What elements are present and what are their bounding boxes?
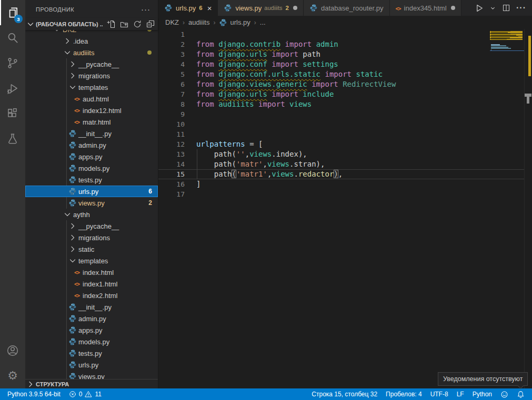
activity-bar-item-explorer[interactable]: 3 <box>0 0 25 25</box>
close-icon[interactable]: × <box>207 4 212 13</box>
refresh-icon[interactable] <box>133 20 142 28</box>
breadcrumb-item-audiiits[interactable]: audiiits <box>188 18 209 26</box>
line-number[interactable]: 14 <box>158 159 185 169</box>
activity-bar-item-testing[interactable] <box>0 126 25 151</box>
language-mode-status[interactable]: Python <box>468 388 496 400</box>
code-token <box>214 100 218 108</box>
tree-item-apps.py[interactable]: apps.py <box>25 151 158 162</box>
tree-item-__init__.py[interactable]: __init__.py <box>25 128 158 139</box>
tooltip-text: Уведомления отсутствуют <box>443 375 523 383</box>
breadcrumb-item-...[interactable]: ... <box>260 18 266 26</box>
tree-item-models.py[interactable]: models.py <box>25 336 158 347</box>
run-button[interactable] <box>475 4 484 13</box>
encoding-status[interactable]: UTF-8 <box>426 388 453 400</box>
scrollbar[interactable] <box>524 29 532 388</box>
outline-section-header[interactable]: СТРУКТУРА <box>25 379 158 388</box>
line-number[interactable]: 5 <box>158 69 185 79</box>
code-token: path( <box>196 160 236 168</box>
tree-item-aythh[interactable]: aythh <box>25 209 158 220</box>
tree-item-audiiits[interactable]: audiiits <box>25 47 158 58</box>
code-editor[interactable]: 12from django.contrib import admin3from … <box>158 29 525 388</box>
new-file-icon[interactable] <box>107 20 115 28</box>
code-token: RedirectView <box>343 80 396 88</box>
more-actions-button[interactable]: ··· <box>516 3 526 13</box>
line-number[interactable]: 15 <box>158 169 185 179</box>
line-number[interactable]: 17 <box>158 189 185 199</box>
tree-item-index2.html[interactable]: <>index2.html <box>25 290 158 301</box>
code-token: from <box>196 60 214 68</box>
tree-item-index1.html[interactable]: <>index1.html <box>25 278 158 290</box>
minimap[interactable] <box>490 29 525 93</box>
tree-item-__pycache__[interactable]: __pycache__ <box>25 58 158 70</box>
tree-item-DKZ[interactable]: DKZ <box>25 30 158 35</box>
python-interpreter-status[interactable]: Python 3.9.5 64-bit <box>3 388 65 400</box>
tab-views.py[interactable]: views.pyaudiiits2 <box>218 0 304 16</box>
line-number[interactable]: 16 <box>158 179 185 189</box>
tree-item-__init__.py[interactable]: __init__.py <box>25 301 158 313</box>
tab-database_roouter.py[interactable]: database_roouter.py <box>304 0 390 16</box>
tree-item-index.html[interactable]: <>index.html <box>25 266 158 278</box>
tree-item-admin.py[interactable]: admin.py <box>25 313 158 324</box>
code-line-1: 1 <box>158 29 525 39</box>
tree-item-__pycache__[interactable]: __pycache__ <box>25 220 158 232</box>
feedback-button[interactable] <box>496 388 513 400</box>
explorer-more-actions-button[interactable]: ··· <box>141 5 150 14</box>
split-editor-button[interactable] <box>502 4 510 12</box>
tree-item-views.py[interactable]: views.py <box>25 371 158 380</box>
tree-item-apps.py[interactable]: apps.py <box>25 324 158 336</box>
tree-item-tests.py[interactable]: tests.py <box>25 347 158 359</box>
tree-item-models.py[interactable]: models.py <box>25 162 158 174</box>
collapse-all-icon[interactable] <box>146 20 155 28</box>
activity-bar-item-run-debug[interactable] <box>0 76 25 101</box>
line-number[interactable]: 2 <box>158 39 185 49</box>
code-line-10: 10 <box>158 119 525 129</box>
tree-item-label: views.py <box>78 373 105 380</box>
line-number[interactable]: 4 <box>158 59 185 69</box>
cursor-position-status[interactable]: Строка 15, столбец 32 <box>307 388 382 400</box>
activity-bar-item-settings[interactable]: ⚙ <box>0 363 25 388</box>
tree-item-views.py[interactable]: views.py2 <box>25 197 158 209</box>
tree-item-templates[interactable]: templates <box>25 255 158 266</box>
line-number[interactable]: 6 <box>158 79 185 89</box>
tree-item-matr.html[interactable]: <>matr.html <box>25 116 158 128</box>
tab-urls.py[interactable]: urls.py6× <box>158 0 218 16</box>
tab-index345.html[interactable]: <>index345.html <box>390 0 461 16</box>
tree-item-label: aythh <box>73 211 90 219</box>
line-number[interactable]: 13 <box>158 149 185 159</box>
line-number[interactable]: 10 <box>158 119 185 129</box>
tree-item-.idea[interactable]: .idea <box>25 35 158 47</box>
tree-item-aud.html[interactable]: <>aud.html <box>25 93 158 105</box>
line-number[interactable]: 8 <box>158 99 185 109</box>
new-folder-icon[interactable] <box>120 20 128 28</box>
editor-group: urls.py6×views.pyaudiiits2database_roout… <box>158 0 532 388</box>
activity-bar-item-account[interactable] <box>0 338 25 363</box>
workspace-section-header[interactable]: (РАБОЧАЯ ОБЛАСТЬ) ... <box>25 18 158 30</box>
indentation-status[interactable]: Пробелов: 4 <box>382 388 426 400</box>
breadcrumb: DKZ›audiiits›urls.py›... <box>158 16 532 29</box>
activity-bar-item-search[interactable] <box>0 25 25 50</box>
tree-item-urls.py[interactable]: urls.py6 <box>25 186 158 197</box>
line-number[interactable]: 7 <box>158 89 185 99</box>
tree-item-static[interactable]: static <box>25 243 158 255</box>
tree-item-migrations[interactable]: migrations <box>25 232 158 243</box>
chevron-right-icon <box>63 37 72 45</box>
line-number[interactable]: 1 <box>158 29 185 39</box>
run-dropdown-button[interactable] <box>489 5 496 12</box>
tree-item-admin.py[interactable]: admin.py <box>25 139 158 151</box>
bell-button[interactable] <box>513 388 529 400</box>
problems-status[interactable]: 011 <box>65 388 106 400</box>
line-number[interactable]: 11 <box>158 129 185 139</box>
tree-item-tests.py[interactable]: tests.py <box>25 174 158 186</box>
line-number[interactable]: 12 <box>158 139 185 149</box>
tree-item-migrations[interactable]: migrations <box>25 70 158 81</box>
breadcrumb-item-urls.py[interactable]: urls.py <box>219 18 250 27</box>
breadcrumb-item-DKZ[interactable]: DKZ <box>165 18 179 26</box>
line-number[interactable]: 9 <box>158 109 185 119</box>
activity-bar-item-extensions[interactable] <box>0 101 25 126</box>
tree-item-index12.html[interactable]: <>index12.html <box>25 105 158 116</box>
line-number[interactable]: 3 <box>158 49 185 59</box>
activity-bar-item-source-control[interactable] <box>0 50 25 76</box>
tree-item-templates[interactable]: templates <box>25 81 158 93</box>
tree-item-urls.py[interactable]: urls.py <box>25 359 158 371</box>
eol-status[interactable]: LF <box>453 388 468 400</box>
